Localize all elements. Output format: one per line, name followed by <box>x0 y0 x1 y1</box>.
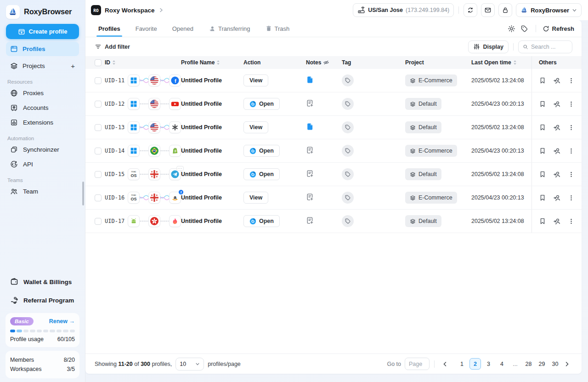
notes-button[interactable] <box>306 99 314 107</box>
transfer-profile-icon[interactable] <box>553 217 561 225</box>
notes-button[interactable] <box>306 170 314 177</box>
more-icon[interactable] <box>568 194 575 201</box>
view-profile-button[interactable]: View <box>243 121 268 133</box>
notes-button[interactable] <box>306 217 314 224</box>
note-add-icon[interactable] <box>306 170 314 177</box>
page-button-4[interactable]: 4 <box>496 358 508 370</box>
tag-button[interactable] <box>342 74 354 86</box>
select-all-checkbox[interactable] <box>95 59 102 66</box>
sidebar-item-profiles[interactable]: Profiles <box>6 42 79 56</box>
tag-button[interactable] <box>342 145 354 157</box>
tab-transferring[interactable]: Transferring <box>209 20 250 37</box>
row-checkbox[interactable] <box>95 171 102 178</box>
more-icon[interactable] <box>568 77 575 84</box>
create-profile-button[interactable]: Create profile <box>6 24 79 39</box>
row-checkbox[interactable] <box>95 124 102 131</box>
display-button[interactable]: Display <box>468 40 509 53</box>
sidebar-item-wallet-billings[interactable]: Wallet & Billings <box>6 273 79 291</box>
bookmark-icon[interactable] <box>539 194 546 201</box>
note-add-icon[interactable] <box>306 217 314 224</box>
open-profile-button[interactable]: Open <box>243 168 280 180</box>
column-header-id[interactable]: ID <box>105 59 128 66</box>
page-button-1[interactable]: 1 <box>456 358 468 370</box>
sync-button[interactable] <box>464 3 477 17</box>
more-icon[interactable] <box>568 148 575 154</box>
add-project-button[interactable]: + <box>71 62 75 70</box>
transfer-profile-icon[interactable] <box>553 194 561 202</box>
renew-link[interactable]: Renew → <box>49 318 75 325</box>
account-menu[interactable]: RoxyBrowser <box>516 3 582 17</box>
workspace-name[interactable]: Roxy Workspace <box>105 7 155 14</box>
notes-button[interactable] <box>306 123 314 131</box>
note-add-icon[interactable] <box>306 99 314 107</box>
bookmark-icon[interactable] <box>539 147 546 154</box>
open-profile-button[interactable]: Open <box>243 215 280 227</box>
chevron-right-icon[interactable] <box>158 7 164 13</box>
page-button-3[interactable]: 3 <box>483 358 494 370</box>
note-add-icon[interactable] <box>306 146 314 154</box>
lock-button[interactable] <box>498 3 512 17</box>
transfer-profile-icon[interactable] <box>553 147 561 155</box>
goto-page-input[interactable] <box>405 358 430 370</box>
tab-profiles[interactable]: Profiles <box>98 20 120 37</box>
row-checkbox[interactable] <box>95 101 102 108</box>
sidebar-item-accounts[interactable]: Accounts <box>6 100 79 115</box>
sidebar-item-extensions[interactable]: Extensions <box>6 115 79 130</box>
table-settings-button[interactable] <box>505 22 518 35</box>
tag-button[interactable] <box>342 215 354 227</box>
sidebar-item-api[interactable]: API <box>6 157 79 171</box>
note-filled-icon[interactable] <box>306 123 314 131</box>
page-button-30[interactable]: 30 <box>549 358 561 370</box>
open-profile-button[interactable]: Open <box>243 145 280 157</box>
prev-page-button[interactable] <box>439 358 451 370</box>
transfer-profile-icon[interactable] <box>553 77 561 85</box>
tag-button[interactable] <box>342 168 354 180</box>
note-add-icon[interactable] <box>306 193 314 201</box>
next-page-button[interactable] <box>561 358 572 370</box>
bookmark-icon[interactable] <box>539 217 546 225</box>
tags-manager-button[interactable] <box>518 22 531 35</box>
tab-trash[interactable]: Trash <box>266 20 290 37</box>
bookmark-icon[interactable] <box>539 171 546 178</box>
messages-button[interactable] <box>481 3 495 17</box>
sidebar-item-team[interactable]: Team <box>6 184 79 199</box>
per-page-select[interactable]: 10 <box>175 358 204 371</box>
eye-off-icon[interactable] <box>323 59 329 66</box>
refresh-button[interactable]: Refresh <box>543 25 574 32</box>
sidebar-scrollbar[interactable] <box>82 182 84 205</box>
sidebar-item-proxies[interactable]: Proxies <box>6 86 79 100</box>
page-button-29[interactable]: 29 <box>536 358 548 370</box>
sort-icon[interactable] <box>513 60 517 65</box>
add-filter-button[interactable]: Add filter <box>95 43 130 50</box>
sort-icon[interactable] <box>112 60 116 65</box>
tag-button[interactable] <box>342 98 354 110</box>
transfer-profile-icon[interactable] <box>553 171 561 178</box>
notes-button[interactable] <box>306 146 314 154</box>
notes-button[interactable] <box>306 76 314 84</box>
more-icon[interactable] <box>568 124 575 131</box>
row-checkbox[interactable] <box>95 148 102 154</box>
row-checkbox[interactable] <box>95 194 102 201</box>
view-profile-button[interactable]: View <box>243 192 268 204</box>
tab-favorite[interactable]: Favorite <box>136 20 157 37</box>
transfer-profile-icon[interactable] <box>553 100 561 108</box>
proxy-ip-button[interactable]: US/San Jose (173.249.199.84) <box>353 3 454 17</box>
sidebar-item-referral-program[interactable]: Referral Program <box>6 291 79 309</box>
row-checkbox[interactable] <box>95 77 102 84</box>
open-profile-button[interactable]: Open <box>243 98 280 110</box>
column-header-profile-name[interactable]: Profile Name <box>181 59 243 66</box>
bookmark-icon[interactable] <box>539 100 546 108</box>
transfer-profile-icon[interactable] <box>553 124 561 131</box>
column-header-last-open[interactable]: Last Open time <box>471 59 531 66</box>
more-icon[interactable] <box>568 218 575 225</box>
tag-button[interactable] <box>342 121 354 133</box>
bookmark-icon[interactable] <box>539 124 546 131</box>
sort-icon[interactable] <box>216 60 220 65</box>
page-button-28[interactable]: 28 <box>523 358 534 370</box>
note-filled-icon[interactable] <box>306 76 314 84</box>
more-icon[interactable] <box>568 171 575 178</box>
bookmark-icon[interactable] <box>539 77 546 84</box>
row-checkbox[interactable] <box>95 218 102 225</box>
notes-button[interactable] <box>306 193 314 201</box>
tag-button[interactable] <box>342 192 354 204</box>
